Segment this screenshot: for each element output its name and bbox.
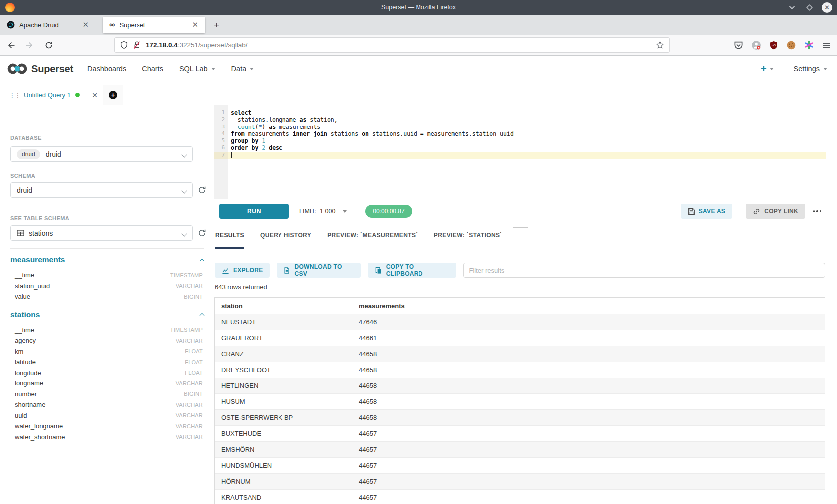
schema-column-row: __timeTIMESTAMP [4, 270, 211, 281]
sql-editor[interactable]: 1234567 select stations.longname as stat… [214, 105, 826, 199]
schema-table-section: measurements__timeTIMESTAMPstation_uuidV… [4, 254, 211, 302]
window-maximize-button[interactable] [804, 2, 814, 12]
copy-clipboard-label: COPY TO CLIPBOARD [386, 263, 449, 277]
insecure-lock-icon[interactable] [133, 41, 141, 49]
add-query-tab-button[interactable]: + [103, 85, 123, 105]
explore-button[interactable]: EXPLORE [215, 263, 270, 278]
sparkle-extension-icon[interactable] [804, 40, 814, 50]
run-button[interactable]: RUN [219, 204, 289, 219]
schema-table-toggle-stations[interactable]: stations [4, 309, 211, 320]
code-line: from measurements inner join stations on… [228, 130, 826, 137]
code-line: order by 2 desc [228, 144, 826, 151]
limit-dropdown[interactable]: LIMIT: 1 000 [299, 208, 347, 215]
schema-sections: measurements__timeTIMESTAMPstation_uuidV… [4, 254, 211, 449]
table-select[interactable]: stations [10, 225, 193, 241]
schema-table-section: stations__timeTIMESTAMPagencyVARCHARkmFL… [4, 309, 211, 443]
table-schema-label: SEE TABLE SCHEMA [10, 215, 69, 221]
extension-account-icon[interactable] [751, 40, 761, 50]
ublock-icon[interactable]: uO [769, 41, 778, 50]
copy-clipboard-button[interactable]: COPY TO CLIPBOARD [368, 263, 456, 278]
limit-value: 1 000 [320, 208, 335, 215]
save-as-button[interactable]: SAVE AS [681, 204, 732, 219]
results-pane-tab-2[interactable]: QUERY HISTORY [260, 232, 311, 249]
results-pane-tab-1[interactable]: RESULTS [215, 232, 244, 249]
chevron-down-icon [211, 68, 215, 70]
reload-icon[interactable] [44, 41, 53, 50]
text-cursor [231, 152, 232, 158]
bookmark-star-icon[interactable] [656, 41, 664, 49]
nav-item-dashboards[interactable]: Dashboards [87, 65, 126, 73]
collapse-chevron-icon[interactable] [200, 313, 205, 318]
schema-column-row: water_shortnameVARCHAR [4, 432, 211, 443]
filter-results-input[interactable] [463, 263, 826, 278]
cell-station: DREYSCHLOOT [215, 362, 352, 378]
column-name: agency [15, 337, 36, 344]
more-actions-button[interactable] [812, 206, 823, 216]
gutter-line-number: 3 [214, 124, 228, 130]
schema-table-name: stations [10, 310, 40, 319]
pocket-icon[interactable] [734, 40, 743, 50]
back-icon[interactable] [6, 41, 15, 50]
editor-code[interactable]: select stations.longname as station, cou… [228, 105, 826, 199]
nav-item-data[interactable]: Data [231, 65, 254, 73]
elapsed-timer-badge: 00:00:00.87 [365, 205, 412, 218]
schema-column-row: station_uuidVARCHAR [4, 281, 211, 292]
menu-hamburger-icon[interactable] [822, 41, 831, 50]
screen: Superset — Mozilla Firefox ✕ Apache Drui… [0, 0, 837, 504]
chevron-down-icon [250, 68, 254, 70]
table-row: HÖRNUM44657 [215, 474, 825, 490]
column-type: VARCHAR [176, 434, 203, 440]
url-bar[interactable]: 172.18.0.4:32251/superset/sqllab/ [115, 38, 669, 52]
chevron-down-icon [343, 210, 347, 213]
settings-menu[interactable]: Settings [794, 65, 827, 73]
table-row: HUSUM44658 [215, 394, 825, 410]
column-type: FLOAT [185, 359, 203, 365]
results-pane-tab-3[interactable]: PREVIEW: `MEASUREMENTS` [327, 232, 418, 249]
clipboard-icon [375, 267, 382, 274]
cell-measurements: 44657 [352, 426, 825, 441]
shield-icon[interactable] [120, 41, 128, 49]
cell-station: HÖRNUM [215, 474, 352, 489]
window-minimize-button[interactable] [787, 2, 797, 12]
new-tab-button[interactable]: + [214, 20, 219, 30]
forward-icon[interactable] [25, 41, 34, 50]
code-line: group by 1 [228, 137, 826, 144]
column-name: shortname [15, 401, 45, 408]
copy-link-button[interactable]: COPY LINK [746, 204, 805, 219]
table-row: EMSHÖRN44657 [215, 442, 825, 458]
splitter-grip-icon [513, 225, 528, 228]
schema-select[interactable]: druid [10, 182, 193, 198]
nav-item-sql-lab[interactable]: SQL Lab [179, 65, 215, 73]
nav-item-charts[interactable]: Charts [142, 65, 163, 73]
column-type: VARCHAR [176, 402, 203, 408]
schema-table-toggle-measurements[interactable]: measurements [4, 254, 211, 265]
cell-measurements: 44657 [352, 474, 825, 489]
cell-station: HUSUM [215, 394, 352, 409]
database-select[interactable]: druid druid [10, 146, 193, 162]
cookie-icon[interactable] [786, 40, 796, 50]
query-tab-close-icon[interactable]: ✕ [92, 91, 98, 99]
schema-column-row: water_longnameVARCHAR [4, 421, 211, 432]
table-row: OSTE-SPERRWERK BP44658 [215, 410, 825, 426]
results-pane-tab-4[interactable]: PREVIEW: `STATIONS` [434, 232, 502, 249]
column-header-measurements[interactable]: measurements [352, 298, 825, 314]
download-csv-button[interactable]: DOWNLOAD TO CSV [277, 263, 360, 278]
cell-station: CRANZ [215, 346, 352, 362]
column-header-station[interactable]: station [215, 298, 352, 314]
tab-close-icon[interactable]: ✕ [191, 20, 199, 29]
refresh-tables-icon[interactable] [197, 228, 207, 238]
schema-column-row: numberBIGINT [4, 389, 211, 400]
window-close-button[interactable]: ✕ [822, 2, 832, 13]
save-as-label: SAVE AS [699, 208, 725, 215]
new-item-button[interactable]: + [761, 64, 774, 74]
column-type: TIMESTAMP [170, 327, 203, 333]
brand-title: Superset [31, 63, 73, 75]
browser-tab-superset[interactable]: ∞ Superset ✕ [103, 17, 205, 33]
refresh-schema-icon[interactable] [197, 185, 207, 195]
pane-splitter[interactable] [214, 223, 826, 229]
drag-handle-icon[interactable]: ⋮⋮ [9, 92, 20, 99]
browser-tab-apache-druid[interactable]: Apache Druid ✕ [0, 15, 96, 35]
query-tab-untitled-query-1[interactable]: ⋮⋮ Untitled Query 1 ✕ [5, 85, 103, 105]
collapse-chevron-icon[interactable] [200, 258, 205, 263]
tab-close-icon[interactable]: ✕ [81, 20, 90, 29]
